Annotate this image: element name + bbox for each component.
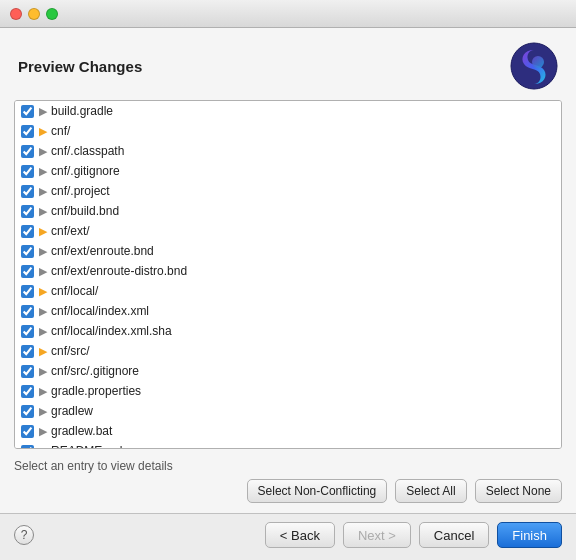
- file-checkbox[interactable]: [21, 165, 34, 178]
- file-name-label: cnf/local/index.xml: [51, 304, 149, 318]
- file-checkbox[interactable]: [21, 425, 34, 438]
- file-name-label: cnf/local/: [51, 284, 98, 298]
- file-type-icon: ▶: [39, 405, 47, 418]
- file-type-icon: ▶: [39, 345, 47, 358]
- dialog-title: Preview Changes: [18, 58, 142, 75]
- file-name-label: cnf/ext/enroute.bnd: [51, 244, 154, 258]
- title-bar: [0, 0, 576, 28]
- file-checkbox[interactable]: [21, 105, 34, 118]
- bottom-right: < Back Next > Cancel Finish: [265, 522, 562, 548]
- file-checkbox[interactable]: [21, 405, 34, 418]
- file-type-icon: ▶: [39, 425, 47, 438]
- file-list[interactable]: ▶build.gradle▶cnf/▶cnf/.classpath▶cnf/.g…: [14, 100, 562, 449]
- file-list-item[interactable]: ▶cnf/.project: [15, 181, 561, 201]
- file-name-label: gradle.properties: [51, 384, 141, 398]
- file-name-label: cnf/local/index.xml.sha: [51, 324, 172, 338]
- file-checkbox[interactable]: [21, 205, 34, 218]
- file-list-item[interactable]: ▶cnf/: [15, 121, 561, 141]
- file-checkbox[interactable]: [21, 365, 34, 378]
- file-list-item[interactable]: ▶gradlew: [15, 401, 561, 421]
- file-list-item[interactable]: ▶build.gradle: [15, 101, 561, 121]
- file-checkbox[interactable]: [21, 125, 34, 138]
- file-type-icon: ▶: [39, 105, 47, 118]
- file-checkbox[interactable]: [21, 145, 34, 158]
- main-window: Preview Changes ▶build.gr: [0, 28, 576, 560]
- bottom-left: ?: [14, 525, 34, 545]
- file-name-label: cnf/build.bnd: [51, 204, 119, 218]
- file-list-item[interactable]: ▶gradle.properties: [15, 381, 561, 401]
- app-logo: [510, 42, 558, 90]
- file-type-icon: ▶: [39, 305, 47, 318]
- file-type-icon: ▶: [39, 285, 47, 298]
- file-name-label: cnf/.project: [51, 184, 110, 198]
- file-type-icon: ▶: [39, 265, 47, 278]
- select-all-button[interactable]: Select All: [395, 479, 466, 503]
- file-name-label: cnf/src/.gitignore: [51, 364, 139, 378]
- file-list-item[interactable]: ▶cnf/local/index.xml: [15, 301, 561, 321]
- file-checkbox[interactable]: [21, 385, 34, 398]
- file-name-label: cnf/src/: [51, 344, 90, 358]
- content-area: ▶build.gradle▶cnf/▶cnf/.classpath▶cnf/.g…: [0, 100, 576, 513]
- file-name-label: build.gradle: [51, 104, 113, 118]
- file-checkbox[interactable]: [21, 445, 34, 450]
- file-list-item[interactable]: ▶cnf/build.bnd: [15, 201, 561, 221]
- file-type-icon: ▶: [39, 445, 47, 450]
- file-type-icon: ▶: [39, 385, 47, 398]
- select-none-button[interactable]: Select None: [475, 479, 562, 503]
- file-list-item[interactable]: ▶cnf/local/index.xml.sha: [15, 321, 561, 341]
- help-button[interactable]: ?: [14, 525, 34, 545]
- file-name-label: cnf/ext/: [51, 224, 90, 238]
- file-list-item[interactable]: ▶cnf/ext/enroute-distro.bnd: [15, 261, 561, 281]
- file-type-icon: ▶: [39, 165, 47, 178]
- file-type-icon: ▶: [39, 365, 47, 378]
- file-list-item[interactable]: ▶cnf/.gitignore: [15, 161, 561, 181]
- file-name-label: cnf/.classpath: [51, 144, 124, 158]
- file-type-icon: ▶: [39, 125, 47, 138]
- file-checkbox[interactable]: [21, 225, 34, 238]
- file-type-icon: ▶: [39, 145, 47, 158]
- file-checkbox[interactable]: [21, 285, 34, 298]
- back-button[interactable]: < Back: [265, 522, 335, 548]
- cancel-button[interactable]: Cancel: [419, 522, 489, 548]
- maximize-button[interactable]: [46, 8, 58, 20]
- header: Preview Changes: [0, 28, 576, 100]
- action-buttons-row: Select Non-Conflicting Select All Select…: [14, 479, 562, 513]
- file-type-icon: ▶: [39, 225, 47, 238]
- bottom-bar: ? < Back Next > Cancel Finish: [0, 513, 576, 560]
- file-name-label: cnf/.gitignore: [51, 164, 120, 178]
- file-name-label: cnf/: [51, 124, 70, 138]
- file-list-item[interactable]: ▶cnf/ext/: [15, 221, 561, 241]
- file-list-item[interactable]: ▶cnf/.classpath: [15, 141, 561, 161]
- file-type-icon: ▶: [39, 205, 47, 218]
- file-list-item[interactable]: ▶cnf/src/.gitignore: [15, 361, 561, 381]
- finish-button[interactable]: Finish: [497, 522, 562, 548]
- file-checkbox[interactable]: [21, 185, 34, 198]
- minimize-button[interactable]: [28, 8, 40, 20]
- select-non-conflicting-button[interactable]: Select Non-Conflicting: [247, 479, 388, 503]
- file-name-label: gradlew.bat: [51, 424, 112, 438]
- file-checkbox[interactable]: [21, 345, 34, 358]
- next-button[interactable]: Next >: [343, 522, 411, 548]
- file-list-item[interactable]: ▶README.md: [15, 441, 561, 449]
- file-checkbox[interactable]: [21, 325, 34, 338]
- file-type-icon: ▶: [39, 185, 47, 198]
- file-list-item[interactable]: ▶gradlew.bat: [15, 421, 561, 441]
- file-name-label: README.md: [51, 444, 122, 449]
- file-type-icon: ▶: [39, 325, 47, 338]
- file-checkbox[interactable]: [21, 265, 34, 278]
- file-list-item[interactable]: ▶cnf/ext/enroute.bnd: [15, 241, 561, 261]
- file-checkbox[interactable]: [21, 245, 34, 258]
- status-text: Select an entry to view details: [14, 455, 562, 479]
- close-button[interactable]: [10, 8, 22, 20]
- file-name-label: cnf/ext/enroute-distro.bnd: [51, 264, 187, 278]
- file-type-icon: ▶: [39, 245, 47, 258]
- file-checkbox[interactable]: [21, 305, 34, 318]
- file-list-item[interactable]: ▶cnf/local/: [15, 281, 561, 301]
- window-controls: [10, 8, 58, 20]
- file-list-item[interactable]: ▶cnf/src/: [15, 341, 561, 361]
- file-name-label: gradlew: [51, 404, 93, 418]
- svg-point-1: [532, 56, 544, 68]
